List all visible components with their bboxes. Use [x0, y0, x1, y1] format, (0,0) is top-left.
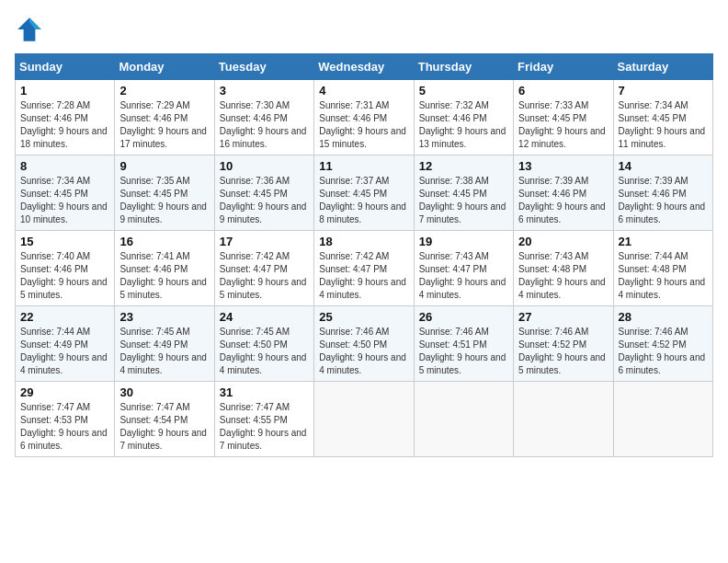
day-number: 14: [619, 159, 708, 173]
day-number: 1: [20, 84, 109, 98]
calendar-cell: 22 Sunrise: 7:44 AMSunset: 4:49 PMDaylig…: [16, 306, 115, 382]
calendar-table: SundayMondayTuesdayWednesdayThursdayFrid…: [15, 53, 713, 457]
weekday-wednesday: Wednesday: [314, 54, 414, 80]
day-info: Sunrise: 7:34 AMSunset: 4:45 PMDaylight:…: [619, 100, 706, 149]
weekday-tuesday: Tuesday: [214, 54, 313, 80]
calendar-cell: 21 Sunrise: 7:44 AMSunset: 4:48 PMDaylig…: [613, 231, 712, 306]
calendar-cell: 19 Sunrise: 7:43 AMSunset: 4:47 PMDaylig…: [414, 231, 513, 306]
calendar-cell: 24 Sunrise: 7:45 AMSunset: 4:50 PMDaylig…: [214, 306, 313, 382]
calendar-cell: 2 Sunrise: 7:29 AMSunset: 4:46 PMDayligh…: [115, 80, 214, 155]
weekday-header-row: SundayMondayTuesdayWednesdayThursdayFrid…: [16, 54, 713, 80]
calendar-week-4: 22 Sunrise: 7:44 AMSunset: 4:49 PMDaylig…: [16, 306, 713, 382]
calendar-cell: 14 Sunrise: 7:39 AMSunset: 4:46 PMDaylig…: [613, 155, 712, 231]
day-info: Sunrise: 7:44 AMSunset: 4:49 PMDaylight:…: [20, 327, 108, 375]
calendar-cell: 31 Sunrise: 7:47 AMSunset: 4:55 PMDaylig…: [214, 382, 313, 457]
day-info: Sunrise: 7:42 AMSunset: 4:47 PMDaylight:…: [319, 251, 406, 300]
day-info: Sunrise: 7:36 AMSunset: 4:45 PMDaylight:…: [220, 176, 307, 224]
calendar-cell: 10 Sunrise: 7:36 AMSunset: 4:45 PMDaylig…: [214, 155, 313, 231]
day-number: 24: [220, 310, 309, 324]
day-number: 5: [419, 84, 508, 98]
calendar-week-5: 29 Sunrise: 7:47 AMSunset: 4:53 PMDaylig…: [16, 382, 713, 457]
day-info: Sunrise: 7:37 AMSunset: 4:45 PMDaylight:…: [319, 176, 406, 224]
logo: [15, 15, 48, 44]
weekday-friday: Friday: [514, 54, 613, 80]
calendar-cell: 8 Sunrise: 7:34 AMSunset: 4:45 PMDayligh…: [16, 155, 115, 231]
calendar-cell: 26 Sunrise: 7:46 AMSunset: 4:51 PMDaylig…: [414, 306, 513, 382]
day-info: Sunrise: 7:41 AMSunset: 4:46 PMDaylight:…: [119, 251, 207, 300]
day-info: Sunrise: 7:47 AMSunset: 4:53 PMDaylight:…: [20, 402, 108, 451]
day-info: Sunrise: 7:38 AMSunset: 4:45 PMDaylight:…: [419, 176, 506, 224]
day-number: 16: [119, 235, 209, 248]
day-info: Sunrise: 7:43 AMSunset: 4:47 PMDaylight:…: [419, 251, 506, 300]
day-info: Sunrise: 7:40 AMSunset: 4:46 PMDaylight:…: [20, 251, 108, 300]
day-number: 29: [20, 385, 109, 399]
calendar-cell: 30 Sunrise: 7:47 AMSunset: 4:54 PMDaylig…: [115, 382, 214, 457]
day-info: Sunrise: 7:46 AMSunset: 4:52 PMDaylight:…: [619, 327, 706, 375]
calendar-cell: 25 Sunrise: 7:46 AMSunset: 4:50 PMDaylig…: [314, 306, 414, 382]
day-number: 21: [619, 235, 708, 248]
calendar-cell: 3 Sunrise: 7:30 AMSunset: 4:46 PMDayligh…: [214, 80, 313, 155]
calendar-cell: 13 Sunrise: 7:39 AMSunset: 4:46 PMDaylig…: [514, 155, 613, 231]
day-number: 31: [220, 385, 309, 399]
calendar-week-2: 8 Sunrise: 7:34 AMSunset: 4:45 PMDayligh…: [16, 155, 713, 231]
day-info: Sunrise: 7:46 AMSunset: 4:50 PMDaylight:…: [319, 327, 406, 375]
day-number: 27: [518, 310, 608, 324]
day-info: Sunrise: 7:46 AMSunset: 4:51 PMDaylight:…: [419, 327, 506, 375]
day-info: Sunrise: 7:35 AMSunset: 4:45 PMDaylight:…: [119, 176, 207, 224]
day-info: Sunrise: 7:34 AMSunset: 4:45 PMDaylight:…: [20, 176, 108, 224]
day-info: Sunrise: 7:39 AMSunset: 4:46 PMDaylight:…: [619, 176, 706, 224]
day-info: Sunrise: 7:42 AMSunset: 4:47 PMDaylight:…: [220, 251, 307, 300]
day-number: 13: [518, 159, 608, 173]
day-number: 3: [220, 84, 309, 98]
calendar-cell: 1 Sunrise: 7:28 AMSunset: 4:46 PMDayligh…: [16, 80, 115, 155]
calendar-cell: 17 Sunrise: 7:42 AMSunset: 4:47 PMDaylig…: [214, 231, 313, 306]
day-number: 15: [20, 235, 109, 248]
day-number: 19: [419, 235, 508, 248]
day-number: 26: [419, 310, 508, 324]
calendar-cell: 18 Sunrise: 7:42 AMSunset: 4:47 PMDaylig…: [314, 231, 414, 306]
day-number: 12: [419, 159, 508, 173]
calendar-cell: 23 Sunrise: 7:45 AMSunset: 4:49 PMDaylig…: [115, 306, 214, 382]
calendar-week-1: 1 Sunrise: 7:28 AMSunset: 4:46 PMDayligh…: [16, 80, 713, 155]
day-number: 23: [119, 310, 209, 324]
calendar-cell: 4 Sunrise: 7:31 AMSunset: 4:46 PMDayligh…: [314, 80, 414, 155]
calendar-cell: [414, 382, 513, 457]
calendar-cell: 12 Sunrise: 7:38 AMSunset: 4:45 PMDaylig…: [414, 155, 513, 231]
logo-icon: [15, 15, 44, 44]
calendar-week-3: 15 Sunrise: 7:40 AMSunset: 4:46 PMDaylig…: [16, 231, 713, 306]
weekday-monday: Monday: [115, 54, 214, 80]
day-info: Sunrise: 7:47 AMSunset: 4:55 PMDaylight:…: [220, 402, 307, 451]
calendar-cell: [314, 382, 414, 457]
day-number: 6: [518, 84, 608, 98]
calendar-cell: 11 Sunrise: 7:37 AMSunset: 4:45 PMDaylig…: [314, 155, 414, 231]
day-info: Sunrise: 7:39 AMSunset: 4:46 PMDaylight:…: [518, 176, 606, 224]
day-info: Sunrise: 7:44 AMSunset: 4:48 PMDaylight:…: [619, 251, 706, 300]
day-number: 2: [119, 84, 209, 98]
weekday-thursday: Thursday: [414, 54, 513, 80]
day-info: Sunrise: 7:33 AMSunset: 4:45 PMDaylight:…: [518, 100, 606, 149]
day-number: 17: [220, 235, 309, 248]
day-number: 4: [319, 84, 408, 98]
day-number: 22: [20, 310, 109, 324]
calendar-cell: 15 Sunrise: 7:40 AMSunset: 4:46 PMDaylig…: [16, 231, 115, 306]
day-number: 30: [119, 385, 209, 399]
calendar-cell: [613, 382, 712, 457]
day-number: 28: [619, 310, 708, 324]
weekday-sunday: Sunday: [16, 54, 115, 80]
day-info: Sunrise: 7:29 AMSunset: 4:46 PMDaylight:…: [119, 100, 207, 149]
day-info: Sunrise: 7:43 AMSunset: 4:48 PMDaylight:…: [518, 251, 606, 300]
calendar-cell: 16 Sunrise: 7:41 AMSunset: 4:46 PMDaylig…: [115, 231, 214, 306]
day-number: 18: [319, 235, 408, 248]
calendar-cell: 9 Sunrise: 7:35 AMSunset: 4:45 PMDayligh…: [115, 155, 214, 231]
day-number: 7: [619, 84, 708, 98]
day-number: 8: [20, 159, 109, 173]
calendar-cell: 6 Sunrise: 7:33 AMSunset: 4:45 PMDayligh…: [514, 80, 613, 155]
calendar-cell: 29 Sunrise: 7:47 AMSunset: 4:53 PMDaylig…: [16, 382, 115, 457]
day-number: 10: [220, 159, 309, 173]
page-header: [15, 15, 713, 44]
day-info: Sunrise: 7:30 AMSunset: 4:46 PMDaylight:…: [220, 100, 307, 149]
calendar-cell: 20 Sunrise: 7:43 AMSunset: 4:48 PMDaylig…: [514, 231, 613, 306]
day-info: Sunrise: 7:46 AMSunset: 4:52 PMDaylight:…: [518, 327, 606, 375]
day-info: Sunrise: 7:47 AMSunset: 4:54 PMDaylight:…: [119, 402, 207, 451]
calendar-cell: 27 Sunrise: 7:46 AMSunset: 4:52 PMDaylig…: [514, 306, 613, 382]
